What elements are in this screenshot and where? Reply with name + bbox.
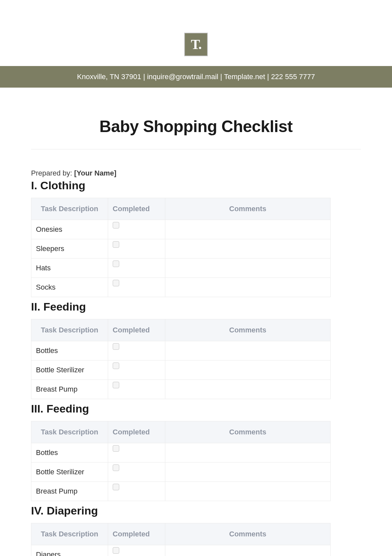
comments-cell[interactable] xyxy=(165,380,330,399)
table-row: Onesies xyxy=(31,220,331,239)
page-title: Baby Shopping Checklist xyxy=(31,117,361,136)
logo-container: T. xyxy=(0,0,392,66)
task-description-cell: Onesies xyxy=(31,220,108,239)
comments-cell[interactable] xyxy=(165,361,330,380)
column-header-completed: Completed xyxy=(108,523,165,545)
column-header-task: Task Description xyxy=(31,319,108,341)
table-row: Socks xyxy=(31,278,331,297)
content-area: Baby Shopping Checklist Prepared by: [Yo… xyxy=(0,117,392,556)
checkbox[interactable] xyxy=(113,343,119,350)
checkbox[interactable] xyxy=(113,362,119,369)
column-header-comments: Comments xyxy=(165,421,330,443)
column-header-comments: Comments xyxy=(165,523,330,545)
table-header-row: Task DescriptionCompletedComments xyxy=(31,198,331,220)
column-header-completed: Completed xyxy=(108,319,165,341)
section-title: III. Feeding xyxy=(31,402,361,415)
comments-cell[interactable] xyxy=(165,463,330,482)
logo-text: T. xyxy=(191,37,201,52)
task-description-cell: Bottle Sterilizer xyxy=(31,463,108,482)
completed-cell xyxy=(108,545,165,556)
task-description-cell: Hats xyxy=(31,259,108,278)
title-divider xyxy=(31,149,361,149)
column-header-task: Task Description xyxy=(31,198,108,220)
comments-cell[interactable] xyxy=(165,220,330,239)
checkbox[interactable] xyxy=(113,241,119,248)
table-row: Breast Pump xyxy=(31,482,331,501)
task-description-cell: Breast Pump xyxy=(31,482,108,501)
checklist-table: Task DescriptionCompletedCommentsOnesies… xyxy=(31,198,331,297)
column-header-task: Task Description xyxy=(31,421,108,443)
completed-cell xyxy=(108,380,165,399)
section-title: I. Clothing xyxy=(31,179,361,192)
checkbox[interactable] xyxy=(113,222,119,228)
checkbox[interactable] xyxy=(113,445,119,452)
table-header-row: Task DescriptionCompletedComments xyxy=(31,319,331,341)
column-header-completed: Completed xyxy=(108,198,165,220)
table-row: Bottle Sterilizer xyxy=(31,463,331,482)
logo-box: T. xyxy=(184,33,208,56)
checklist-table: Task DescriptionCompletedCommentsBottles… xyxy=(31,319,331,399)
comments-cell[interactable] xyxy=(165,341,330,361)
comments-cell[interactable] xyxy=(165,482,330,501)
column-header-completed: Completed xyxy=(108,421,165,443)
checkbox[interactable] xyxy=(113,547,119,554)
task-description-cell: Socks xyxy=(31,278,108,297)
completed-cell xyxy=(108,361,165,380)
table-row: Bottles xyxy=(31,443,331,463)
section-title: II. Feeding xyxy=(31,300,361,313)
table-row: Hats xyxy=(31,259,331,278)
column-header-comments: Comments xyxy=(165,198,330,220)
completed-cell xyxy=(108,463,165,482)
column-header-task: Task Description xyxy=(31,523,108,545)
column-header-comments: Comments xyxy=(165,319,330,341)
table-row: Sleepers xyxy=(31,239,331,259)
completed-cell xyxy=(108,259,165,278)
checkbox[interactable] xyxy=(113,280,119,286)
comments-cell[interactable] xyxy=(165,239,330,259)
comments-cell[interactable] xyxy=(165,443,330,463)
task-description-cell: Bottle Sterilizer xyxy=(31,361,108,380)
task-description-cell: Sleepers xyxy=(31,239,108,259)
checkbox[interactable] xyxy=(113,382,119,388)
checklist-table: Task DescriptionCompletedCommentsBottles… xyxy=(31,421,331,501)
task-description-cell: Bottles xyxy=(31,443,108,463)
completed-cell xyxy=(108,341,165,361)
table-row: Breast Pump xyxy=(31,380,331,399)
table-row: Diapers xyxy=(31,545,331,556)
table-row: Bottle Sterilizer xyxy=(31,361,331,380)
comments-cell[interactable] xyxy=(165,545,330,556)
prepared-by: Prepared by: [Your Name] xyxy=(31,169,361,177)
sections-container: I. ClothingTask DescriptionCompletedComm… xyxy=(31,179,361,556)
completed-cell xyxy=(108,443,165,463)
task-description-cell: Diapers xyxy=(31,545,108,556)
section-title: IV. Diapering xyxy=(31,504,361,517)
completed-cell xyxy=(108,278,165,297)
checkbox[interactable] xyxy=(113,261,119,267)
completed-cell xyxy=(108,220,165,239)
checkbox[interactable] xyxy=(113,484,119,490)
completed-cell xyxy=(108,482,165,501)
task-description-cell: Bottles xyxy=(31,341,108,361)
table-row: Bottles xyxy=(31,341,331,361)
checkbox[interactable] xyxy=(113,464,119,471)
table-header-row: Task DescriptionCompletedComments xyxy=(31,421,331,443)
task-description-cell: Breast Pump xyxy=(31,380,108,399)
checklist-table: Task DescriptionCompletedCommentsDiapers xyxy=(31,523,331,556)
comments-cell[interactable] xyxy=(165,259,330,278)
table-header-row: Task DescriptionCompletedComments xyxy=(31,523,331,545)
header-banner: Knoxville, TN 37901 | inquire@growtrail.… xyxy=(0,66,392,88)
completed-cell xyxy=(108,239,165,259)
prepared-by-label: Prepared by: xyxy=(31,169,74,177)
comments-cell[interactable] xyxy=(165,278,330,297)
prepared-by-name: [Your Name] xyxy=(74,169,116,177)
